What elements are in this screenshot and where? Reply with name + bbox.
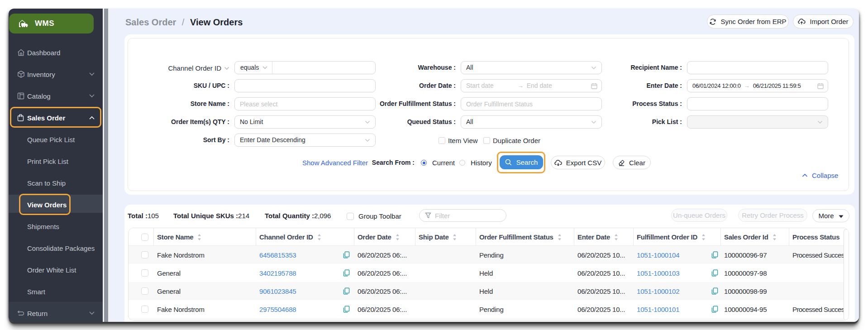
fulfillment-order-id-link[interactable]: 1051-1000103 [637, 269, 679, 277]
unqueue-orders-button[interactable]: Un-queue Orders [671, 209, 727, 222]
column-header-process-status[interactable]: Process Status [789, 228, 844, 246]
process-status-input[interactable] [687, 97, 828, 110]
column-header-ship-date[interactable]: Ship Date [415, 228, 476, 246]
cell-fulfillment-status: Held [476, 264, 574, 282]
row-checkbox[interactable] [141, 306, 148, 313]
recipient-name-input[interactable] [687, 61, 828, 74]
sidebar-scrollbar[interactable] [103, 9, 110, 322]
sidebar-item-label: Inventory [27, 71, 55, 78]
checkbox-icon[interactable] [483, 137, 490, 144]
checkbox-icon[interactable] [347, 213, 354, 220]
channel-order-id-link[interactable]: 3402195788 [259, 269, 296, 277]
row-checkbox[interactable] [141, 251, 148, 258]
duplicate-order-label: Duplicate Order [493, 137, 540, 144]
sidebar-item-dashboard[interactable]: Dashboard [9, 42, 103, 63]
column-header-channel-order-id[interactable]: Channel Order ID [256, 228, 354, 246]
import-order-button[interactable]: Import Order [793, 14, 854, 29]
copy-icon[interactable] [343, 251, 350, 258]
column-header-sales-order-id[interactable]: Sales Order Id [720, 228, 789, 246]
sort-icon[interactable] [773, 234, 777, 241]
table-row[interactable]: General340219578806/20/2025 06:...Held06… [129, 264, 849, 282]
sort-icon[interactable] [614, 234, 618, 241]
cell-sales-order-id: 100000097-98 [720, 264, 789, 282]
sidebar-item-return[interactable]: Return [9, 302, 103, 322]
table-row[interactable]: Fake Nordstrom297550468806/20/2025 06:..… [129, 300, 849, 318]
table-row[interactable]: Fake Nordstrom645681535306/20/2025 06:..… [129, 246, 849, 264]
cloud-download-icon [554, 159, 562, 166]
sort-by-label: Sort By : [126, 134, 229, 147]
pick-list-select[interactable] [687, 115, 828, 129]
cell-fulfillment-status: Held [476, 282, 574, 300]
row-checkbox[interactable] [141, 269, 148, 277]
copy-icon[interactable] [711, 251, 718, 258]
radio-icon[interactable] [459, 160, 465, 166]
group-toolbar-checkbox[interactable]: Group Toolbar [347, 212, 401, 220]
search-button[interactable]: Search [500, 155, 543, 169]
select-all-checkbox[interactable] [141, 234, 148, 241]
channel-order-id-field-selector[interactable]: Channel Order ID [126, 61, 229, 75]
channel-order-id-link[interactable]: 9061023845 [259, 287, 296, 295]
chevron-down-icon [89, 72, 95, 76]
sort-icon[interactable] [558, 234, 562, 241]
export-csv-button[interactable]: Export CSV [551, 156, 605, 169]
sidebar-item-shipments[interactable]: Shipments [9, 215, 103, 237]
collapse-link[interactable]: Collapse [802, 172, 838, 179]
column-label: Process Status [792, 233, 839, 241]
sidebar-item-print-pick-list[interactable]: Print Pick List [9, 150, 103, 172]
cell-enter-date: 06/20/2025 10... [574, 282, 633, 300]
sort-icon[interactable] [197, 234, 201, 241]
app-logo[interactable]: WMS [9, 14, 94, 33]
channel-order-id-link[interactable]: 2975504688 [259, 306, 296, 313]
more-button[interactable]: More [812, 209, 849, 222]
clear-button[interactable]: Clear [613, 156, 651, 169]
fulfillment-order-id-link[interactable]: 1051-1000102 [637, 287, 679, 295]
channel-order-id-link[interactable]: 6456815353 [259, 251, 296, 259]
copy-icon[interactable] [343, 306, 350, 313]
table-filter-input[interactable]: Filter [419, 209, 506, 222]
item-view-checkbox[interactable]: Item View [439, 137, 478, 144]
operator-select[interactable]: equals [235, 62, 272, 74]
sort-icon[interactable] [453, 234, 457, 241]
sidebar-item-order-white-list[interactable]: Order White List [9, 259, 103, 281]
retry-order-process-button[interactable]: Retry Order Process [738, 209, 807, 222]
column-header-store-name[interactable]: Store Name [153, 228, 256, 246]
copy-icon[interactable] [343, 269, 350, 277]
copy-icon[interactable] [711, 269, 718, 277]
sort-icon[interactable] [317, 234, 321, 241]
sidebar-item-label: Sales Order [27, 114, 65, 122]
column-header-order-date[interactable]: Order Date [354, 228, 415, 246]
copy-icon[interactable] [711, 306, 718, 313]
sort-icon[interactable] [701, 234, 706, 241]
sidebar-item-consolidate-packages[interactable]: Consolidate Packages [9, 237, 103, 259]
breadcrumb-parent[interactable]: Sales Order [125, 17, 176, 27]
search-from-current-radio[interactable]: Current [421, 159, 455, 167]
column-header-order-fulfillment-status[interactable]: Order Fulfillment Status [476, 228, 574, 246]
table-scrollbar[interactable] [844, 229, 849, 320]
fulfillment-order-id-link[interactable]: 1051-1000101 [637, 306, 679, 313]
column-header-enter-date[interactable]: Enter Date [574, 228, 633, 246]
sidebar-item-inventory[interactable]: Inventory [9, 63, 103, 85]
sort-by-select[interactable]: Enter Date Descending [234, 134, 376, 147]
sidebar-scrollbar-thumb[interactable] [104, 9, 108, 322]
sidebar-item-scan-to-ship[interactable]: Scan to Ship [9, 172, 103, 194]
sidebar-item-catalog[interactable]: Catalog [9, 85, 103, 107]
checkbox-icon[interactable] [439, 137, 445, 144]
search-from-history-radio[interactable]: History [459, 159, 492, 167]
sort-icon[interactable] [396, 234, 400, 241]
copy-icon[interactable] [711, 287, 718, 295]
sidebar-item-label: Dashboard [27, 49, 60, 57]
column-label: Order Fulfillment Status [479, 233, 553, 241]
sidebar-item-queue-pick-list[interactable]: Queue Pick List [9, 129, 103, 150]
enter-date-range-picker[interactable]: 06/01/2024 12:00:0 → 06/21/2025 11:59:5 [687, 79, 828, 92]
copy-icon[interactable] [343, 287, 350, 295]
row-checkbox[interactable] [141, 287, 148, 295]
fulfillment-order-id-link[interactable]: 1051-1000104 [637, 251, 679, 259]
sidebar-item-smart[interactable]: Smart [9, 281, 103, 302]
sync-order-from-erp-button[interactable]: Sync Order from ERP [707, 14, 789, 29]
table-row[interactable]: General906102384506/20/2025 06:...Held06… [129, 282, 849, 300]
duplicate-order-checkbox[interactable]: Duplicate Order [483, 137, 540, 144]
sidebar-item-view-orders[interactable]: View Orders [9, 194, 103, 215]
sidebar-item-sales-order[interactable]: Sales Order [9, 107, 103, 129]
column-header-fulfillment-order-id[interactable]: Fulfillment Order ID [633, 228, 720, 246]
radio-selected-icon[interactable] [421, 160, 427, 166]
